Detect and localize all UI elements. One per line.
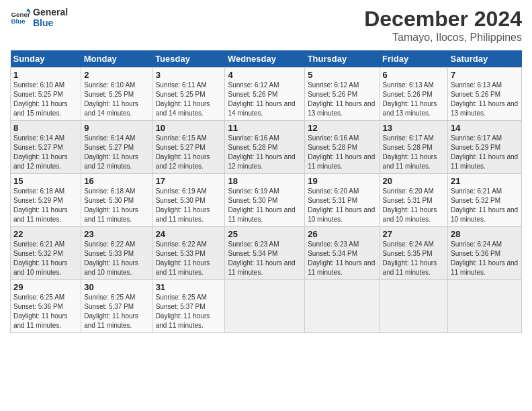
- calendar-title: December 2024: [364, 7, 522, 32]
- day-detail: Sunrise: 6:18 AMSunset: 5:29 PMDaylight:…: [13, 187, 78, 224]
- table-row: [225, 280, 305, 333]
- table-row: 27Sunrise: 6:24 AMSunset: 5:35 PMDayligh…: [380, 227, 447, 280]
- day-detail: Sunrise: 6:25 AMSunset: 5:36 PMDaylight:…: [13, 293, 78, 330]
- day-number: 14: [451, 123, 519, 133]
- table-row: 30Sunrise: 6:25 AMSunset: 5:37 PMDayligh…: [81, 280, 152, 333]
- table-row: 25Sunrise: 6:23 AMSunset: 5:34 PMDayligh…: [225, 227, 305, 280]
- title-block: December 2024 Tamayo, Ilocos, Philippine…: [364, 7, 522, 44]
- table-row: 12Sunrise: 6:16 AMSunset: 5:28 PMDayligh…: [305, 121, 380, 174]
- day-number: 16: [84, 176, 149, 186]
- table-row: 19Sunrise: 6:20 AMSunset: 5:31 PMDayligh…: [305, 174, 380, 227]
- table-row: 26Sunrise: 6:23 AMSunset: 5:34 PMDayligh…: [305, 227, 380, 280]
- day-number: 18: [228, 176, 302, 186]
- table-row: 15Sunrise: 6:18 AMSunset: 5:29 PMDayligh…: [11, 174, 81, 227]
- table-row: 29Sunrise: 6:25 AMSunset: 5:36 PMDayligh…: [11, 280, 81, 333]
- table-row: [305, 280, 380, 333]
- day-number: 1: [13, 70, 78, 80]
- day-detail: Sunrise: 6:25 AMSunset: 5:37 PMDaylight:…: [156, 293, 222, 330]
- calendar-week-2: 15Sunrise: 6:18 AMSunset: 5:29 PMDayligh…: [11, 174, 522, 227]
- logo-line2: Blue: [33, 17, 68, 28]
- logo-icon: General Blue: [10, 7, 30, 28]
- day-detail: Sunrise: 6:10 AMSunset: 5:25 PMDaylight:…: [13, 81, 78, 118]
- day-detail: Sunrise: 6:17 AMSunset: 5:29 PMDaylight:…: [451, 134, 519, 171]
- day-number: 19: [308, 176, 376, 186]
- day-detail: Sunrise: 6:16 AMSunset: 5:28 PMDaylight:…: [228, 134, 302, 171]
- calendar-week-1: 8Sunrise: 6:14 AMSunset: 5:27 PMDaylight…: [11, 121, 522, 174]
- calendar-table: Sunday Monday Tuesday Wednesday Thursday…: [10, 50, 522, 333]
- table-row: 11Sunrise: 6:16 AMSunset: 5:28 PMDayligh…: [225, 121, 305, 174]
- day-number: 7: [451, 70, 519, 80]
- table-row: 24Sunrise: 6:22 AMSunset: 5:33 PMDayligh…: [152, 227, 225, 280]
- day-detail: Sunrise: 6:10 AMSunset: 5:25 PMDaylight:…: [84, 81, 149, 118]
- svg-text:General: General: [11, 11, 31, 18]
- day-number: 13: [383, 123, 445, 133]
- svg-text:Blue: Blue: [11, 17, 26, 25]
- day-number: 30: [84, 282, 149, 292]
- day-detail: Sunrise: 6:21 AMSunset: 5:32 PMDaylight:…: [13, 240, 78, 277]
- table-row: 13Sunrise: 6:17 AMSunset: 5:28 PMDayligh…: [380, 121, 447, 174]
- day-number: 4: [228, 70, 302, 80]
- table-row: [448, 280, 522, 333]
- table-row: 16Sunrise: 6:18 AMSunset: 5:30 PMDayligh…: [81, 174, 152, 227]
- day-detail: Sunrise: 6:15 AMSunset: 5:27 PMDaylight:…: [156, 134, 222, 171]
- day-detail: Sunrise: 6:24 AMSunset: 5:35 PMDaylight:…: [383, 240, 445, 277]
- day-number: 11: [228, 123, 302, 133]
- calendar-week-4: 29Sunrise: 6:25 AMSunset: 5:36 PMDayligh…: [11, 280, 522, 333]
- day-detail: Sunrise: 6:11 AMSunset: 5:25 PMDaylight:…: [156, 81, 222, 118]
- logo-line1: General: [33, 7, 68, 17]
- day-number: 2: [84, 70, 149, 80]
- header-row: Sunday Monday Tuesday Wednesday Thursday…: [11, 50, 522, 68]
- table-row: 14Sunrise: 6:17 AMSunset: 5:29 PMDayligh…: [448, 121, 522, 174]
- day-detail: Sunrise: 6:17 AMSunset: 5:28 PMDaylight:…: [383, 134, 445, 171]
- day-number: 31: [156, 282, 222, 292]
- header-saturday: Saturday: [448, 50, 522, 68]
- day-number: 17: [156, 176, 222, 186]
- header-sunday: Sunday: [11, 50, 81, 68]
- day-detail: Sunrise: 6:20 AMSunset: 5:31 PMDaylight:…: [383, 187, 445, 224]
- day-number: 6: [383, 70, 445, 80]
- table-row: 5Sunrise: 6:12 AMSunset: 5:26 PMDaylight…: [305, 68, 380, 121]
- day-detail: Sunrise: 6:19 AMSunset: 5:30 PMDaylight:…: [228, 187, 302, 224]
- table-row: 1Sunrise: 6:10 AMSunset: 5:25 PMDaylight…: [11, 68, 81, 121]
- header-monday: Monday: [81, 50, 152, 68]
- day-number: 28: [451, 229, 519, 239]
- day-detail: Sunrise: 6:14 AMSunset: 5:27 PMDaylight:…: [84, 134, 149, 171]
- table-row: 21Sunrise: 6:21 AMSunset: 5:32 PMDayligh…: [448, 174, 522, 227]
- day-number: 29: [13, 282, 78, 292]
- day-number: 20: [383, 176, 445, 186]
- day-number: 22: [13, 229, 78, 239]
- calendar-subtitle: Tamayo, Ilocos, Philippines: [364, 32, 522, 44]
- day-detail: Sunrise: 6:24 AMSunset: 5:36 PMDaylight:…: [451, 240, 519, 277]
- calendar-week-0: 1Sunrise: 6:10 AMSunset: 5:25 PMDaylight…: [11, 68, 522, 121]
- table-row: 9Sunrise: 6:14 AMSunset: 5:27 PMDaylight…: [81, 121, 152, 174]
- day-detail: Sunrise: 6:19 AMSunset: 5:30 PMDaylight:…: [156, 187, 222, 224]
- day-number: 27: [383, 229, 445, 239]
- header-thursday: Thursday: [305, 50, 380, 68]
- page-header: General Blue General Blue December 2024 …: [10, 7, 522, 44]
- calendar-week-3: 22Sunrise: 6:21 AMSunset: 5:32 PMDayligh…: [11, 227, 522, 280]
- day-number: 26: [308, 229, 376, 239]
- table-row: 7Sunrise: 6:13 AMSunset: 5:26 PMDaylight…: [448, 68, 522, 121]
- svg-marker-2: [26, 9, 30, 12]
- day-detail: Sunrise: 6:21 AMSunset: 5:32 PMDaylight:…: [451, 187, 519, 224]
- day-number: 9: [84, 123, 149, 133]
- table-row: 17Sunrise: 6:19 AMSunset: 5:30 PMDayligh…: [152, 174, 225, 227]
- day-detail: Sunrise: 6:14 AMSunset: 5:27 PMDaylight:…: [13, 134, 78, 171]
- day-number: 25: [228, 229, 302, 239]
- day-detail: Sunrise: 6:23 AMSunset: 5:34 PMDaylight:…: [228, 240, 302, 277]
- table-row: 18Sunrise: 6:19 AMSunset: 5:30 PMDayligh…: [225, 174, 305, 227]
- table-row: 6Sunrise: 6:13 AMSunset: 5:26 PMDaylight…: [380, 68, 447, 121]
- day-number: 5: [308, 70, 376, 80]
- day-detail: Sunrise: 6:23 AMSunset: 5:34 PMDaylight:…: [308, 240, 376, 277]
- day-detail: Sunrise: 6:22 AMSunset: 5:33 PMDaylight:…: [156, 240, 222, 277]
- header-wednesday: Wednesday: [225, 50, 305, 68]
- day-detail: Sunrise: 6:18 AMSunset: 5:30 PMDaylight:…: [84, 187, 149, 224]
- table-row: 10Sunrise: 6:15 AMSunset: 5:27 PMDayligh…: [152, 121, 225, 174]
- table-row: 8Sunrise: 6:14 AMSunset: 5:27 PMDaylight…: [11, 121, 81, 174]
- day-number: 12: [308, 123, 376, 133]
- header-friday: Friday: [380, 50, 447, 68]
- table-row: 23Sunrise: 6:22 AMSunset: 5:33 PMDayligh…: [81, 227, 152, 280]
- day-detail: Sunrise: 6:22 AMSunset: 5:33 PMDaylight:…: [84, 240, 149, 277]
- table-row: 31Sunrise: 6:25 AMSunset: 5:37 PMDayligh…: [152, 280, 225, 333]
- header-tuesday: Tuesday: [152, 50, 225, 68]
